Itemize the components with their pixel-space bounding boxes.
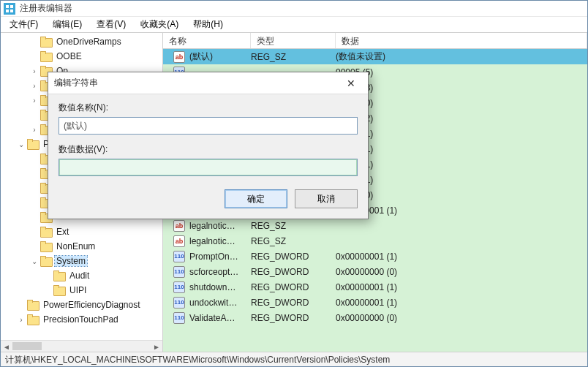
table-row[interactable]: 110ValidateAdmi...REG_DWORD0x00000000 (0… xyxy=(163,310,587,325)
cell-type: REG_SZ xyxy=(245,52,330,62)
chevron-right-icon[interactable]: › xyxy=(30,67,39,75)
cell-name: legalnoticetext xyxy=(186,236,239,246)
window-title: 注册表编辑器 xyxy=(20,2,72,15)
scroll-right-icon[interactable]: ► xyxy=(151,341,162,352)
cell-name: scforceoption xyxy=(186,267,239,277)
expander-none xyxy=(30,154,39,163)
chevron-right-icon[interactable]: › xyxy=(17,315,26,324)
tree-item[interactable]: Ext xyxy=(1,224,162,239)
table-row[interactable]: ablegalnoticeca...REG_SZ xyxy=(163,218,587,233)
tree-item[interactable]: Audit xyxy=(1,268,162,283)
table-row[interactable]: 110shutdownwit...REG_DWORD0x00000001 (1) xyxy=(163,279,587,295)
cell-type: REG_DWORD xyxy=(245,282,330,292)
tree-item-label: System xyxy=(56,256,86,266)
string-value-icon: ab xyxy=(173,51,185,63)
table-row[interactable]: 110undockwitho...REG_DWORD0x00000001 (1) xyxy=(163,295,587,310)
chevron-down-icon[interactable]: ⌄ xyxy=(30,257,39,265)
ok-button[interactable]: 确定 xyxy=(225,189,287,208)
cancel-button[interactable]: 取消 xyxy=(295,189,358,208)
table-row[interactable]: ab(默认)REG_SZ(数值未设置) xyxy=(163,49,587,64)
table-row[interactable]: 110PromptOnSe...REG_DWORD0x00000001 (1) xyxy=(163,249,587,264)
expander-none xyxy=(43,286,52,295)
svg-rect-1 xyxy=(10,5,13,8)
list-header: 名称 类型 数据 xyxy=(163,33,587,49)
close-icon[interactable]: ✕ xyxy=(340,75,362,92)
column-header-data[interactable]: 数据 xyxy=(336,33,587,48)
folder-icon xyxy=(40,241,52,251)
string-value-icon: ab xyxy=(173,220,185,232)
cell-data: 0x00000000 (0) xyxy=(330,313,587,323)
table-row[interactable]: 110scforceoptionREG_DWORD0x00000000 (0) xyxy=(163,264,587,279)
cell-data: (数值未设置) xyxy=(330,50,587,63)
expander-none xyxy=(17,300,26,309)
value-data-input[interactable] xyxy=(59,159,358,176)
cell-name: legalnoticeca... xyxy=(186,221,239,231)
cell-data: 0x00000000 (0) xyxy=(330,267,587,277)
chevron-right-icon[interactable]: › xyxy=(30,81,39,90)
horizontal-scrollbar[interactable]: ◄ ► xyxy=(1,340,162,352)
table-row[interactable]: ablegalnoticetextREG_SZ xyxy=(163,233,587,249)
status-bar: 计算机\HKEY_LOCAL_MACHINE\SOFTWARE\Microsof… xyxy=(1,352,587,366)
tree-item-label: OOBE xyxy=(56,51,82,61)
folder-icon xyxy=(53,285,65,295)
tree-item-label: UIPI xyxy=(69,285,86,295)
cell-data: 0x00000001 (1) xyxy=(330,298,587,308)
menu-view[interactable]: 查看(V) xyxy=(91,17,132,32)
cell-type: REG_DWORD xyxy=(245,313,330,323)
tree-item[interactable]: UIPI xyxy=(1,283,162,298)
column-header-name[interactable]: 名称 xyxy=(163,33,251,48)
titlebar: 注册表编辑器 xyxy=(1,1,587,17)
chevron-right-icon[interactable]: › xyxy=(30,96,39,105)
cell-type: REG_SZ xyxy=(245,236,330,246)
cell-name: (默认) xyxy=(186,50,213,63)
scroll-left-icon[interactable]: ◄ xyxy=(1,341,12,352)
folder-icon xyxy=(27,300,39,310)
ok-button-label: 确定 xyxy=(247,193,265,205)
dword-value-icon: 110 xyxy=(173,266,185,278)
dword-value-icon: 110 xyxy=(173,297,185,309)
status-path: 计算机\HKEY_LOCAL_MACHINE\SOFTWARE\Microsof… xyxy=(5,355,390,365)
tree-item[interactable]: ›PrecisionTouchPad xyxy=(1,312,162,327)
cell-type: REG_DWORD xyxy=(245,298,330,308)
folder-icon xyxy=(40,227,52,237)
chevron-down-icon[interactable]: ⌄ xyxy=(17,140,26,148)
menu-favorites[interactable]: 收藏夹(A) xyxy=(135,17,184,32)
tree-item[interactable]: PowerEfficiencyDiagnost xyxy=(1,298,162,312)
scroll-thumb[interactable] xyxy=(12,342,42,350)
value-data-label: 数值数据(V): xyxy=(59,143,358,156)
value-name-input[interactable] xyxy=(59,117,358,135)
tree-item-label: PrecisionTouchPad xyxy=(43,314,118,325)
tree-item[interactable]: OneDriveRamps xyxy=(1,34,162,49)
regedit-icon xyxy=(4,3,15,15)
expander-none xyxy=(30,52,39,61)
edit-string-dialog: 编辑字符串 ✕ 数值名称(N): 数值数据(V): 确定 取消 xyxy=(48,72,369,219)
dword-value-icon: 110 xyxy=(173,312,185,324)
expander-none xyxy=(30,169,39,178)
folder-icon xyxy=(40,256,52,266)
tree-item[interactable]: ⌄System xyxy=(1,254,162,268)
cell-type: REG_DWORD xyxy=(245,267,330,277)
menu-bar: 文件(F) 编辑(E) 查看(V) 收藏夹(A) 帮助(H) xyxy=(1,17,587,33)
value-name-label: 数值名称(N): xyxy=(59,102,358,114)
expander-none xyxy=(30,227,39,236)
string-value-icon: ab xyxy=(173,235,185,247)
menu-edit[interactable]: 编辑(E) xyxy=(47,17,88,32)
chevron-right-icon[interactable]: › xyxy=(30,125,39,134)
menu-file[interactable]: 文件(F) xyxy=(4,17,44,32)
tree-item[interactable]: OOBE xyxy=(1,49,162,64)
cell-data: 0x00000001 (1) xyxy=(330,251,587,262)
folder-icon xyxy=(27,139,39,149)
expander-none xyxy=(43,271,52,280)
expander-none xyxy=(30,184,39,192)
dialog-titlebar[interactable]: 编辑字符串 ✕ xyxy=(48,72,368,94)
cell-type: REG_SZ xyxy=(245,221,330,231)
cell-data: 0x00000001 (1) xyxy=(330,282,587,292)
svg-rect-3 xyxy=(10,10,13,12)
cell-type: REG_DWORD xyxy=(245,251,330,262)
expander-none xyxy=(30,213,39,222)
menu-help[interactable]: 帮助(H) xyxy=(187,17,229,32)
column-header-type[interactable]: 类型 xyxy=(251,33,336,48)
tree-item-label: OneDriveRamps xyxy=(56,37,121,47)
expander-none xyxy=(30,242,39,251)
tree-item[interactable]: NonEnum xyxy=(1,239,162,254)
